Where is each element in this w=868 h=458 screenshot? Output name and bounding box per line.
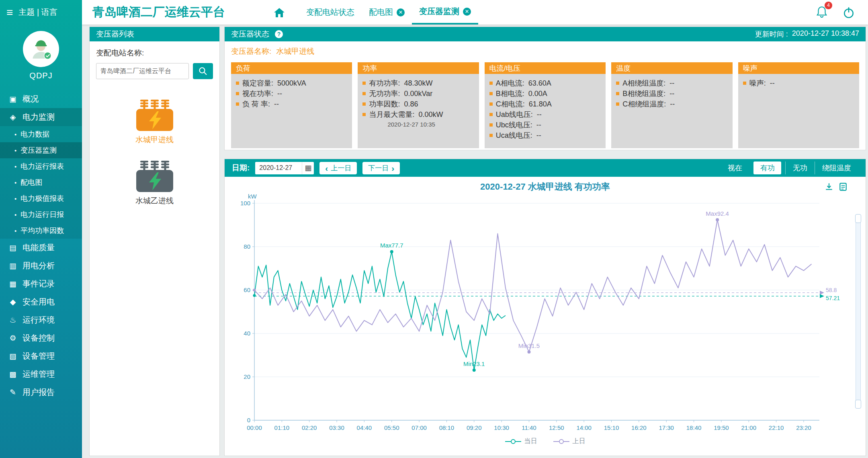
close-icon[interactable]: ✕ (463, 8, 471, 16)
sidebar-item-transformer-monitoring[interactable]: •变压器监测 (0, 142, 82, 158)
transformer-name-label: 变压器名称: (231, 46, 271, 57)
tab-label: 配电图 (369, 7, 393, 18)
download-icon[interactable] (825, 182, 833, 191)
sidebar-item-power-daily-report[interactable]: •电力运行日报 (0, 207, 82, 223)
card-row-value: -- (536, 131, 541, 140)
sidebar-item-om-management[interactable]: ▩运维管理 (0, 365, 82, 383)
calendar-icon[interactable]: ▦ (302, 162, 314, 174)
chart-zoom-scrollbar[interactable] (856, 215, 861, 407)
sidebar-item-operating-environment[interactable]: ♨运行环境 (0, 311, 82, 329)
sidebar-item-label: 用电分析 (23, 260, 55, 271)
mode-有功[interactable]: 有功 (753, 162, 781, 174)
operating-environment-icon: ♨ (8, 315, 18, 325)
svg-text:20: 20 (244, 373, 250, 380)
theme-language-link[interactable]: 主题 | 语言 (18, 7, 57, 18)
legend-yesterday[interactable]: 上日 (553, 437, 585, 446)
tab-label: 变压器监测 (419, 6, 459, 17)
status-cards: 负荷额定容量:5000kVA视在功率:--负 荷 率:--功率有功功率:48.3… (231, 62, 859, 148)
tab-distribution-diagram[interactable]: 配电图✕ (362, 0, 412, 25)
transformer-name-value: 水城甲进线 (276, 46, 314, 57)
sidebar-item-overview[interactable]: ▣概况 (0, 90, 82, 108)
card-row-label: 负 荷 率: (242, 99, 270, 109)
legend-label: 上日 (573, 437, 585, 446)
logout-power-button[interactable] (842, 6, 855, 19)
legend-today[interactable]: 当日 (505, 437, 537, 446)
tab-substation-status[interactable]: 变配电站状态 (299, 0, 362, 25)
chart-panel: 日期: ▦ ‹ 上一日 下一日 › 视在有功无功绕阻温度 2020-12-27 … (224, 159, 866, 456)
prev-day-button[interactable]: ‹ 上一日 (319, 162, 357, 174)
card-row-label: B相绕组温度: (622, 89, 665, 98)
sidebar-item-device-control[interactable]: ⚙设备控制 (0, 329, 82, 347)
menu-toggle-icon[interactable]: ≡ (6, 7, 13, 18)
card-row-value: -- (670, 100, 675, 108)
status-card-1: 功率有功功率:48.30kW无功功率:0.00kVar功率因数:0.86当月最大… (358, 62, 479, 148)
bullet-square-icon (362, 92, 366, 95)
legend-marker-icon (505, 439, 521, 444)
card-row: Uab线电压:-- (489, 109, 601, 120)
mode-视在[interactable]: 视在 (721, 162, 749, 174)
svg-text:Min23.1: Min23.1 (463, 360, 485, 367)
search-icon (199, 67, 207, 76)
sidebar-item-power-extreme-report[interactable]: •电力极值报表 (0, 190, 82, 207)
card-row-value: 0.86 (404, 100, 418, 108)
transformer-item-shuicheng-a[interactable]: 水城甲进线 (134, 98, 176, 145)
transformer-item-shuicheng-b[interactable]: 水城乙进线 (134, 159, 176, 206)
legend-label: 当日 (524, 437, 537, 446)
close-icon[interactable]: ✕ (397, 8, 405, 16)
zoom-handle-bottom[interactable] (855, 400, 861, 409)
station-search-input[interactable] (96, 63, 189, 79)
bullet-icon: • (14, 147, 16, 154)
svg-text:Max77.7: Max77.7 (380, 242, 403, 249)
date-picker: ▦ (255, 162, 314, 174)
date-input[interactable] (255, 162, 302, 174)
sidebar-item-avg-power-factor[interactable]: •平均功率因数 (0, 223, 82, 239)
search-button[interactable] (193, 63, 213, 79)
sidebar-item-power-data[interactable]: •电力数据 (0, 126, 82, 142)
chevron-right-icon: › (391, 164, 394, 172)
chart-tools (825, 182, 847, 191)
bullet-icon: • (14, 195, 16, 202)
svg-text:12:50: 12:50 (549, 424, 564, 431)
zoom-handle-top[interactable] (855, 214, 861, 223)
sidebar-item-label: 运维管理 (23, 369, 55, 380)
status-card-3: 温度A相绕组温度:--B相绕组温度:--C相绕组温度:-- (611, 62, 732, 148)
sidebar-item-power-run-report[interactable]: •电力运行报表 (0, 158, 82, 174)
sidebar-item-label: 设备管理 (23, 351, 55, 362)
tab-transformer-monitoring[interactable]: 变压器监测✕ (412, 0, 478, 25)
status-card-2: 电流/电压A相电流:63.60AB相电流:0.00AC相电流:61.80AUab… (485, 62, 606, 148)
sidebar-item-power-quality[interactable]: ▤电能质量 (0, 239, 82, 257)
notifications-button[interactable]: 4 (816, 5, 828, 20)
card-row: 功率因数:0.86 (362, 99, 474, 109)
sidebar-item-electricity-analysis[interactable]: ▥用电分析 (0, 257, 82, 275)
home-icon[interactable] (273, 7, 285, 18)
bullet-square-icon (236, 92, 239, 95)
prev-day-label: 上一日 (331, 164, 351, 173)
svg-text:23:20: 23:20 (796, 424, 811, 431)
sidebar-item-label: 电力运行报表 (20, 162, 64, 171)
update-time-label: 更新时间 : (755, 29, 788, 39)
card-row-label: A相绕组温度: (622, 78, 665, 88)
export-report-icon[interactable] (839, 182, 847, 191)
mode-无功[interactable]: 无功 (785, 162, 815, 174)
sidebar-item-user-report[interactable]: ✎用户报告 (0, 383, 82, 401)
sidebar-item-safe-electricity[interactable]: ◆安全用电 (0, 293, 82, 311)
sidebar-item-device-management[interactable]: ▧设备管理 (0, 347, 82, 365)
avatar-image (23, 31, 59, 67)
transformer-icon (134, 98, 176, 133)
card-row-value: 63.60A (528, 79, 551, 88)
mode-绕阻温度[interactable]: 绕阻温度 (815, 162, 858, 174)
bullet-icon: • (14, 227, 16, 234)
card-row: 负 荷 率:-- (236, 99, 347, 109)
sidebar-item-event-records[interactable]: ▦事件记录 (0, 275, 82, 293)
transformer-list-title: 变压器列表 (96, 29, 134, 39)
power-quality-icon: ▤ (8, 243, 18, 252)
sidebar-item-power-monitoring[interactable]: ◈电力监测 (0, 108, 82, 126)
card-row-value: -- (536, 121, 541, 129)
line-chart[interactable]: 020406080100kW00:0001:1002:2003:3004:400… (227, 193, 854, 439)
help-icon[interactable]: ? (275, 30, 283, 38)
transformer-list: 水城甲进线水城乙进线 (96, 98, 213, 206)
card-row-value: -- (770, 79, 775, 88)
next-day-button[interactable]: 下一日 › (362, 162, 400, 174)
sidebar-item-distribution-diagram[interactable]: •配电图 (0, 174, 82, 190)
card-row-value: -- (537, 110, 542, 119)
